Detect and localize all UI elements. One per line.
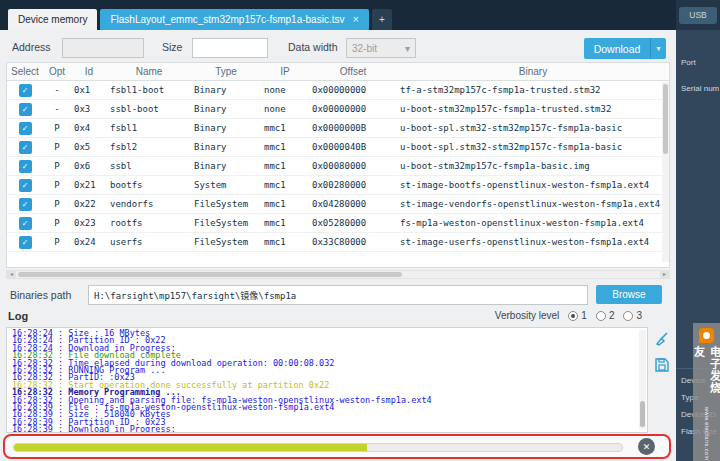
row-checkbox[interactable]: ✓: [19, 122, 32, 135]
table-row: ✓P0x4fsbl1Binarymmc10x0000000Bu-boot-spl…: [7, 119, 669, 138]
row-checkbox[interactable]: ✓: [19, 84, 32, 97]
progress-bar: [13, 443, 623, 452]
table-row: ✓-0x1fsbl1-bootBinarynone0x00000000tf-a-…: [7, 81, 669, 100]
cell-id: 0x5: [71, 138, 107, 156]
verbosity-option-3[interactable]: 3: [623, 310, 642, 321]
cell-name: ssbl: [107, 157, 191, 175]
add-tab-button[interactable]: +: [372, 9, 392, 30]
cell-binary: st-image-bootfs-openstlinux-weston-fsmp1…: [397, 176, 669, 194]
scroll-thumb[interactable]: [18, 272, 402, 277]
size-input[interactable]: [192, 38, 268, 58]
abort-button[interactable]: ✕: [638, 438, 655, 455]
scroll-right-icon[interactable]: ▸: [660, 271, 669, 278]
binaries-path-row: Binaries path Browse: [0, 284, 676, 306]
column-header[interactable]: Type: [191, 63, 261, 80]
cell-offset: 0x33C80000: [309, 233, 397, 251]
address-label: Address: [12, 41, 51, 53]
verbosity-option-1[interactable]: 1: [568, 310, 587, 321]
serial-number-label: Serial number: [681, 84, 719, 93]
cell-opt: P: [43, 233, 71, 251]
table-body: ✓-0x1fsbl1-bootBinarynone0x00000000tf-a-…: [7, 81, 669, 252]
binaries-path-input[interactable]: [88, 285, 588, 305]
cell-id: 0x4: [71, 119, 107, 137]
cell-opt: P: [43, 138, 71, 156]
save-log-button[interactable]: [653, 356, 671, 374]
cell-ip: none: [261, 100, 309, 118]
select-cell: ✓: [7, 119, 43, 137]
verbosity-option-2[interactable]: 2: [596, 310, 615, 321]
verbosity-option-label: 1: [581, 310, 587, 321]
clear-log-button[interactable]: [653, 330, 671, 348]
cell-type: FileSystem: [191, 195, 261, 213]
cell-offset: 0x00000000: [309, 100, 397, 118]
tab-flashlayout-label: FlashLayout_emmc_stm32mp157c-fsmp1a-basi…: [110, 9, 344, 30]
column-header[interactable]: Offset: [309, 63, 397, 80]
column-header[interactable]: IP: [261, 63, 309, 80]
log-vertical-scrollbar[interactable]: [639, 330, 646, 430]
verbosity-option-label: 2: [609, 310, 615, 321]
scroll-thumb[interactable]: [640, 401, 645, 427]
download-button[interactable]: Download: [584, 38, 650, 59]
column-header[interactable]: Id: [71, 63, 107, 80]
usb-interface-button[interactable]: USB: [679, 7, 717, 24]
row-checkbox[interactable]: ✓: [19, 160, 32, 173]
cell-type: Binary: [191, 100, 261, 118]
row-checkbox[interactable]: ✓: [19, 103, 32, 116]
cell-binary: fs-mp1a-weston-openstlinux-weston-fsmp1a…: [397, 214, 669, 232]
table-row: ✓P0x21bootfsSystemmmc10x00280000st-image…: [7, 176, 669, 195]
tab-flashlayout[interactable]: FlashLayout_emmc_stm32mp157c-fsmp1a-basi…: [100, 9, 368, 30]
close-tab-icon[interactable]: ×: [352, 14, 358, 25]
cell-id: 0x23: [71, 214, 107, 232]
column-header[interactable]: Binary: [397, 63, 669, 80]
cell-type: Binary: [191, 138, 261, 156]
cell-type: FileSystem: [191, 214, 261, 232]
cell-type: System: [191, 176, 261, 194]
toolbar: Address Size Data width 32-bit ▾ Downloa…: [0, 36, 676, 60]
cell-opt: -: [43, 100, 71, 118]
row-checkbox[interactable]: ✓: [19, 217, 32, 230]
column-header[interactable]: Select: [7, 63, 43, 80]
cell-binary: u-boot-spl.stm32-stm32mp157c-fsmp1a-basi…: [397, 138, 669, 156]
cell-offset: 0x0000040B: [309, 138, 397, 156]
cell-opt: P: [43, 119, 71, 137]
column-header[interactable]: Opt: [43, 63, 71, 80]
table-row: ✓-0x3ssbl-bootBinarynone0x00000000u-boot…: [7, 100, 669, 119]
watermark-url: www.elecfans.com: [704, 407, 710, 461]
table-row: ✓P0x6ssblBinarymmc10x00080000u-boot-stm3…: [7, 157, 669, 176]
scroll-left-icon[interactable]: ◂: [7, 271, 16, 278]
radio-icon[interactable]: [596, 311, 606, 321]
cell-binary: u-boot-stm32mp157c-fsmp1a-trusted.stm32: [397, 100, 669, 118]
cell-binary: st-image-userfs-openstlinux-weston-fsmp1…: [397, 233, 669, 251]
row-checkbox[interactable]: ✓: [19, 141, 32, 154]
cell-offset: 0x04280000: [309, 195, 397, 213]
log-line: 16:28:39 : Download in Progress:: [12, 426, 642, 433]
data-width-select[interactable]: 32-bit ▾: [346, 38, 416, 58]
row-checkbox[interactable]: ✓: [19, 236, 32, 249]
cell-binary: st-image-vendorfs-openstlinux-weston-fsm…: [397, 195, 669, 213]
scroll-thumb[interactable]: [663, 84, 668, 154]
main-area: Device memory FlashLayout_emmc_stm32mp15…: [0, 0, 676, 461]
cell-name: fsbl1: [107, 119, 191, 137]
cell-ip: mmc1: [261, 176, 309, 194]
radio-icon[interactable]: [623, 311, 633, 321]
cell-opt: P: [43, 195, 71, 213]
cell-id: 0x21: [71, 176, 107, 194]
table-horizontal-scrollbar[interactable]: ◂ ▸: [6, 270, 670, 279]
table-vertical-scrollbar[interactable]: [662, 82, 669, 262]
column-header[interactable]: Name: [107, 63, 191, 80]
cell-binary: tf-a-stm32mp157c-fsmp1a-trusted.stm32: [397, 81, 669, 99]
cell-id: 0x6: [71, 157, 107, 175]
cell-id: 0x1: [71, 81, 107, 99]
progress-fill: [14, 444, 367, 451]
size-label: Size: [162, 41, 182, 53]
download-dropdown-arrow[interactable]: ▾: [650, 38, 666, 59]
radio-icon[interactable]: [568, 311, 578, 321]
watermark: 电子发烧友 www.elecfans.com: [693, 323, 720, 461]
elecfans-logo-icon: [699, 328, 714, 343]
tab-device-memory[interactable]: Device memory: [8, 9, 97, 30]
address-input[interactable]: [62, 38, 144, 58]
cell-type: Binary: [191, 119, 261, 137]
browse-button[interactable]: Browse: [596, 285, 662, 304]
row-checkbox[interactable]: ✓: [19, 179, 32, 192]
row-checkbox[interactable]: ✓: [19, 198, 32, 211]
